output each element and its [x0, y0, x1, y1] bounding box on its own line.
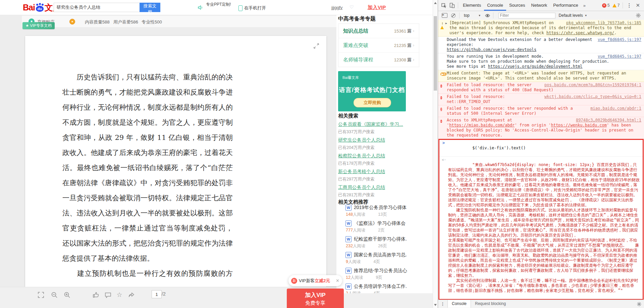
console-message[interactable]: pos.baidu.com/mcem?p…80&tcn=1592019764:1… [438, 82, 644, 94]
tab-sources[interactable]: Sources [506, 0, 528, 11]
console-source-link[interactable]: vue_f8d6845.js:197 [598, 37, 641, 42]
tab-console[interactable]: Console [484, 0, 506, 11]
console-source-link[interactable]: pos.baidu.com/mcem?p…80&tcn=1592019764:1 [544, 83, 641, 88]
related-search-link[interactable]: 新公务员考核个人总结 [338, 169, 385, 175]
wenku-topbar: Bai du 文库 搜索文档 专业PPT定制! 在手机打开 jjjggfv ♡ … [0, 0, 433, 15]
console-message[interactable]: 89748c3…0029bd646394.html:1✕Access to XM… [438, 117, 644, 139]
console-source-link[interactable]: miao.baidu.com/abdr:1 [590, 106, 641, 111]
page-count: 26页 [378, 244, 387, 248]
read-count: 12 [346, 275, 351, 280]
like-icon[interactable] [93, 292, 99, 298]
scrollbar-thumb[interactable] [434, 16, 437, 91]
console-inline-link[interactable]: https://wenku.baidu.com [551, 123, 607, 127]
console-inline-link[interactable]: https://vuejs.org/guide/deployment.html [488, 64, 583, 69]
close-icon[interactable]: ✕ [336, 278, 339, 283]
comment-icon[interactable] [105, 292, 111, 298]
console-inline-link[interactable]: https://miao.baidu.com/abdr [449, 123, 515, 127]
join-vip-button[interactable]: 加入VIP 免费专享 [287, 289, 344, 308]
console-command[interactable]: >$('div.ie-fix').text() [439, 140, 643, 157]
drawer-settings-gear-icon[interactable] [637, 302, 641, 306]
username[interactable]: jjjggfv [331, 5, 342, 10]
search-input[interactable] [54, 3, 145, 12]
chevron-right-icon: › [413, 29, 414, 33]
error-count-badge[interactable]: ✕5 [602, 3, 610, 8]
tab-network[interactable]: Network [528, 0, 550, 11]
devtools-tabs: ElementsConsoleSourcesNetworkPerformance [460, 0, 581, 11]
page-number-input[interactable] [152, 290, 162, 298]
related-search-link[interactable]: 检察院公务员个人总结 [338, 153, 385, 159]
console-source-link[interactable]: pkg_wkcommon_lib_76573a0.js:185 [566, 20, 641, 25]
exam-item[interactable]: 名师辅导课程12308篇› [338, 53, 419, 67]
banner-title: 语言/资格考试热门文档 [338, 86, 406, 94]
ppt-ad-text[interactable]: 专业PPT定制! [206, 2, 231, 7]
live-expression-eye-icon[interactable] [485, 14, 490, 17]
scroll-up-arrow[interactable] [434, 2, 437, 4]
console-source-link[interactable]: wkctj.baidu.com/clic…p_type=0&is_vip=0:1 [544, 94, 641, 99]
warning-count-badge[interactable]: 7 [612, 3, 620, 8]
console-message[interactable]: miao.baidu.com/abdr:12Failed to load res… [438, 105, 644, 117]
console-message[interactable]: pkg_wkcommon_lib_76573a0.js:185▶[Depreca… [438, 20, 644, 37]
related-search-title: 相关搜索 [338, 113, 358, 119]
devtools-menu-icon[interactable]: ⋮ [625, 2, 634, 8]
context-selector[interactable]: top▼ [464, 13, 481, 18]
fullscreen-icon[interactable] [38, 292, 44, 298]
exam-ad-banner[interactable]: Bai馨文库 语言/资格考试热门文档 立即抢购 [338, 71, 406, 111]
device-toolbar-icon[interactable] [449, 3, 455, 8]
console-source-link[interactable]: vue_f8d6845.js:197 [598, 54, 641, 59]
fullscreen-expand-icon[interactable] [313, 43, 320, 49]
exam-item[interactable]: 重难点突破21235篇› [338, 38, 419, 53]
open-on-phone[interactable]: 在手机打开 [244, 5, 266, 11]
log-levels-dropdown[interactable]: Default levels▼ [559, 13, 587, 18]
console-log-area[interactable]: pkg_wkcommon_lib_76573a0.js:185▶[Depreca… [438, 20, 644, 300]
tab-elements[interactable]: Elements [460, 0, 484, 11]
console-filter-input[interactable]: Filter [498, 13, 555, 18]
star-icon[interactable]: ☆ [116, 292, 123, 298]
search-button[interactable]: 搜索文档 [140, 3, 160, 12]
related-search-link[interactable]: 公务员观看《国家监察》学习... [338, 121, 403, 127]
speaker-icon[interactable] [198, 5, 203, 10]
drawer-tab-request-blocking[interactable]: Request blocking [471, 300, 510, 308]
related-doc-item[interactable]: W《监察法》学习心得体会 [345, 220, 406, 226]
page-scrollbar[interactable] [433, 0, 438, 308]
related-doc-meta: 9人阅读4页 [346, 259, 380, 265]
console-message[interactable]: ▶6Mixed Content: The page at '<URL>' was… [438, 70, 644, 82]
zoom-out-icon[interactable] [51, 292, 58, 298]
exam-item[interactable]: 知识点总结15361篇› [338, 24, 419, 38]
console-source-link[interactable]: 89748c3…0029bd646394.html:1 [576, 118, 641, 123]
error-icon: ✕ [440, 95, 442, 100]
console-inline-link[interactable]: https://github.com/vuejs/vue-devtools [447, 47, 536, 52]
user-favor: 用户喜爱586 [113, 19, 138, 25]
expand-arrow-icon[interactable]: ▶ [445, 21, 447, 26]
scroll-down-arrow[interactable] [434, 304, 437, 306]
drawer-menu-icon[interactable]: ⋮ [438, 302, 447, 306]
clear-console-icon[interactable] [451, 13, 455, 18]
devtools-close-icon[interactable]: ✕ [634, 2, 642, 8]
join-vip-link[interactable]: 加入VIP [368, 4, 386, 11]
baidu-paw-icon: du [35, 4, 44, 12]
related-doc-item[interactable]: W纪检监察干部学习心得体. [345, 236, 407, 242]
console-inline-link[interactable]: https://xhr.spec.whatwg.org/ [546, 31, 614, 35]
related-doc-item[interactable]: W公务员培训学习体会工作. [345, 284, 407, 290]
console-settings-gear-icon[interactable] [636, 13, 641, 18]
console-result-string[interactable]: <·"来自.wkwm5f7b5a2d{display: none; font-s… [439, 157, 643, 299]
more-tabs-icon[interactable]: » [581, 3, 588, 8]
inspect-element-icon[interactable] [441, 3, 447, 8]
related-search-link[interactable]: 研究生公务员个人总结 [338, 137, 385, 143]
related-doc-item[interactable]: W2019年公务员学习心得体 [345, 205, 407, 211]
drawer-tab-console[interactable]: Console [447, 300, 471, 308]
related-search-link[interactable]: 工商局公务员个人总结 [338, 185, 385, 191]
console-message[interactable]: vue_f8d6845.js:197You are running Vue in… [438, 53, 644, 70]
heart-icon[interactable]: ♡ [350, 4, 354, 10]
console-message[interactable]: vue_f8d6845.js:197Download the Vue Devto… [438, 37, 644, 53]
word-doc-icon: W [345, 236, 352, 242]
tab-performance[interactable]: Performance [550, 0, 581, 11]
zoom-in-icon[interactable] [64, 292, 70, 298]
console-message[interactable]: wkctj.baidu.com/clic…p_type=0&is_vip=0:1… [438, 94, 644, 105]
vip-popup-discount[interactable]: 立减2元 [315, 278, 330, 284]
related-doc-item[interactable]: W国家公务员法高效学习总. [345, 252, 407, 258]
related-doc-item[interactable]: W推荐总结-学习公务员法心 [345, 268, 407, 274]
banner-buy-button[interactable]: 立即抢购 [354, 98, 391, 107]
document-line: 惩贪提供了基本的法律依据。 [62, 251, 233, 266]
console-sidebar-icon[interactable] [442, 13, 447, 18]
share-icon[interactable] [128, 292, 135, 298]
